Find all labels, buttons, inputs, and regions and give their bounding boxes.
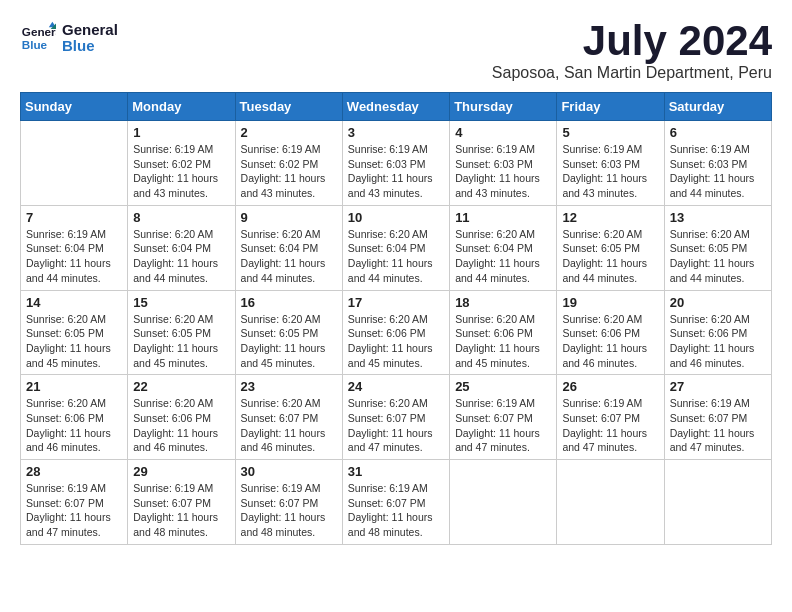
calendar-header-row: SundayMondayTuesdayWednesdayThursdayFrid… [21,93,772,121]
day-number: 17 [348,295,444,310]
day-info: Sunrise: 6:19 AM Sunset: 6:02 PM Dayligh… [241,142,337,201]
weekday-header-monday: Monday [128,93,235,121]
day-info: Sunrise: 6:20 AM Sunset: 6:04 PM Dayligh… [133,227,229,286]
calendar-week-row: 7Sunrise: 6:19 AM Sunset: 6:04 PM Daylig… [21,205,772,290]
calendar-cell: 12Sunrise: 6:20 AM Sunset: 6:05 PM Dayli… [557,205,664,290]
logo: General Blue General Blue [20,20,118,56]
calendar-cell: 15Sunrise: 6:20 AM Sunset: 6:05 PM Dayli… [128,290,235,375]
day-number: 26 [562,379,658,394]
day-number: 5 [562,125,658,140]
day-info: Sunrise: 6:20 AM Sunset: 6:04 PM Dayligh… [348,227,444,286]
day-info: Sunrise: 6:20 AM Sunset: 6:06 PM Dayligh… [26,396,122,455]
day-number: 22 [133,379,229,394]
calendar-cell [21,121,128,206]
day-number: 25 [455,379,551,394]
svg-text:Blue: Blue [22,38,48,51]
day-info: Sunrise: 6:19 AM Sunset: 6:07 PM Dayligh… [562,396,658,455]
calendar-week-row: 28Sunrise: 6:19 AM Sunset: 6:07 PM Dayli… [21,460,772,545]
calendar-cell: 9Sunrise: 6:20 AM Sunset: 6:04 PM Daylig… [235,205,342,290]
day-info: Sunrise: 6:19 AM Sunset: 6:03 PM Dayligh… [455,142,551,201]
weekday-header-thursday: Thursday [450,93,557,121]
logo-text-general: General [62,22,118,39]
day-number: 21 [26,379,122,394]
calendar-cell: 22Sunrise: 6:20 AM Sunset: 6:06 PM Dayli… [128,375,235,460]
weekday-header-saturday: Saturday [664,93,771,121]
weekday-header-sunday: Sunday [21,93,128,121]
calendar-cell [450,460,557,545]
weekday-header-tuesday: Tuesday [235,93,342,121]
calendar-cell: 24Sunrise: 6:20 AM Sunset: 6:07 PM Dayli… [342,375,449,460]
calendar-cell: 25Sunrise: 6:19 AM Sunset: 6:07 PM Dayli… [450,375,557,460]
day-info: Sunrise: 6:19 AM Sunset: 6:02 PM Dayligh… [133,142,229,201]
calendar-week-row: 21Sunrise: 6:20 AM Sunset: 6:06 PM Dayli… [21,375,772,460]
day-info: Sunrise: 6:20 AM Sunset: 6:06 PM Dayligh… [670,312,766,371]
day-info: Sunrise: 6:20 AM Sunset: 6:04 PM Dayligh… [241,227,337,286]
day-info: Sunrise: 6:20 AM Sunset: 6:04 PM Dayligh… [455,227,551,286]
weekday-header-wednesday: Wednesday [342,93,449,121]
calendar-cell: 7Sunrise: 6:19 AM Sunset: 6:04 PM Daylig… [21,205,128,290]
calendar-cell: 27Sunrise: 6:19 AM Sunset: 6:07 PM Dayli… [664,375,771,460]
title-block: July 2024 Saposoa, San Martin Department… [492,20,772,82]
day-number: 4 [455,125,551,140]
day-number: 14 [26,295,122,310]
calendar-cell [664,460,771,545]
weekday-header-friday: Friday [557,93,664,121]
calendar-cell: 30Sunrise: 6:19 AM Sunset: 6:07 PM Dayli… [235,460,342,545]
day-number: 10 [348,210,444,225]
day-number: 8 [133,210,229,225]
day-number: 3 [348,125,444,140]
calendar-cell: 19Sunrise: 6:20 AM Sunset: 6:06 PM Dayli… [557,290,664,375]
location-title: Saposoa, San Martin Department, Peru [492,64,772,82]
day-number: 1 [133,125,229,140]
day-info: Sunrise: 6:20 AM Sunset: 6:05 PM Dayligh… [670,227,766,286]
calendar-cell: 6Sunrise: 6:19 AM Sunset: 6:03 PM Daylig… [664,121,771,206]
day-number: 16 [241,295,337,310]
calendar-cell: 29Sunrise: 6:19 AM Sunset: 6:07 PM Dayli… [128,460,235,545]
day-info: Sunrise: 6:20 AM Sunset: 6:06 PM Dayligh… [348,312,444,371]
page-header: General Blue General Blue July 2024 Sapo… [20,20,772,82]
calendar-cell: 1Sunrise: 6:19 AM Sunset: 6:02 PM Daylig… [128,121,235,206]
day-info: Sunrise: 6:19 AM Sunset: 6:07 PM Dayligh… [26,481,122,540]
day-number: 28 [26,464,122,479]
day-number: 24 [348,379,444,394]
calendar-cell: 10Sunrise: 6:20 AM Sunset: 6:04 PM Dayli… [342,205,449,290]
day-number: 2 [241,125,337,140]
logo-text-blue: Blue [62,38,118,55]
day-info: Sunrise: 6:20 AM Sunset: 6:05 PM Dayligh… [26,312,122,371]
calendar-cell: 8Sunrise: 6:20 AM Sunset: 6:04 PM Daylig… [128,205,235,290]
day-number: 18 [455,295,551,310]
calendar-cell: 4Sunrise: 6:19 AM Sunset: 6:03 PM Daylig… [450,121,557,206]
logo-icon: General Blue [20,20,56,56]
calendar-cell: 16Sunrise: 6:20 AM Sunset: 6:05 PM Dayli… [235,290,342,375]
calendar-cell: 23Sunrise: 6:20 AM Sunset: 6:07 PM Dayli… [235,375,342,460]
day-number: 19 [562,295,658,310]
day-info: Sunrise: 6:19 AM Sunset: 6:07 PM Dayligh… [133,481,229,540]
calendar-cell: 28Sunrise: 6:19 AM Sunset: 6:07 PM Dayli… [21,460,128,545]
calendar-cell: 11Sunrise: 6:20 AM Sunset: 6:04 PM Dayli… [450,205,557,290]
day-number: 20 [670,295,766,310]
day-number: 9 [241,210,337,225]
month-title: July 2024 [492,20,772,62]
calendar-cell: 14Sunrise: 6:20 AM Sunset: 6:05 PM Dayli… [21,290,128,375]
calendar-cell: 26Sunrise: 6:19 AM Sunset: 6:07 PM Dayli… [557,375,664,460]
day-number: 12 [562,210,658,225]
calendar-cell: 17Sunrise: 6:20 AM Sunset: 6:06 PM Dayli… [342,290,449,375]
day-info: Sunrise: 6:20 AM Sunset: 6:05 PM Dayligh… [133,312,229,371]
day-info: Sunrise: 6:19 AM Sunset: 6:04 PM Dayligh… [26,227,122,286]
calendar-week-row: 1Sunrise: 6:19 AM Sunset: 6:02 PM Daylig… [21,121,772,206]
day-info: Sunrise: 6:20 AM Sunset: 6:05 PM Dayligh… [241,312,337,371]
calendar-cell [557,460,664,545]
day-info: Sunrise: 6:19 AM Sunset: 6:03 PM Dayligh… [670,142,766,201]
day-info: Sunrise: 6:20 AM Sunset: 6:06 PM Dayligh… [133,396,229,455]
calendar-cell: 21Sunrise: 6:20 AM Sunset: 6:06 PM Dayli… [21,375,128,460]
calendar-cell: 31Sunrise: 6:19 AM Sunset: 6:07 PM Dayli… [342,460,449,545]
day-number: 15 [133,295,229,310]
day-number: 23 [241,379,337,394]
day-number: 11 [455,210,551,225]
day-number: 13 [670,210,766,225]
day-info: Sunrise: 6:19 AM Sunset: 6:07 PM Dayligh… [241,481,337,540]
calendar-cell: 18Sunrise: 6:20 AM Sunset: 6:06 PM Dayli… [450,290,557,375]
day-info: Sunrise: 6:19 AM Sunset: 6:07 PM Dayligh… [455,396,551,455]
calendar-cell: 20Sunrise: 6:20 AM Sunset: 6:06 PM Dayli… [664,290,771,375]
day-info: Sunrise: 6:20 AM Sunset: 6:06 PM Dayligh… [455,312,551,371]
